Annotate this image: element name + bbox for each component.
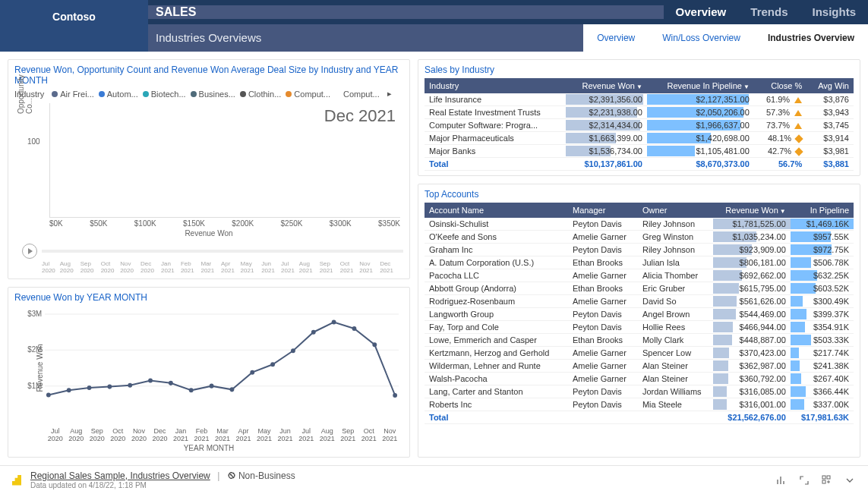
table-row[interactable]: Wilderman, Lehner and RunteAmelie Garner… [425,360,854,373]
legend-dot-icon [143,91,149,97]
subtab-overview[interactable]: Overview [583,24,649,52]
chart-icon[interactable] [775,474,788,486]
legend-item[interactable]: Comput... [286,90,330,99]
chevron-down-icon[interactable] [844,474,856,486]
table-row[interactable]: Life Insurance $2,391,356.00 $2,127,351.… [425,93,854,106]
col-header[interactable]: In Pipeline [791,203,854,218]
table-row[interactable]: Computer Software: Progra... $2,314,434.… [425,119,854,132]
header: Contoso SALES Overview Trends Insights I… [0,0,868,52]
table-row[interactable]: Walsh-PacochaAmelie GarnerAlan Steiner $… [425,373,854,385]
line-title: Revenue Won by YEAR MONTH [14,292,403,303]
main-tab-overview[interactable]: Overview [664,0,739,24]
timeline-labels: Jul 2020Aug 2020Sep 2020Oct 2020Nov 2020… [42,260,400,274]
table-row[interactable]: Roberts IncPeyton DavisMia Steele $316,0… [425,398,854,411]
table-row[interactable]: Fay, Torp and ColePeyton DavisHollie Ree… [425,321,854,334]
table-row[interactable]: Abbott Group (Andorra)Ethan BrooksEric G… [425,282,854,295]
footer: Regional Sales Sample, Industries Overvi… [0,465,868,494]
subtab-industries[interactable]: Industries Overview [754,24,868,52]
table-row[interactable]: Graham IncPeyton DavisRiley Johnson $923… [425,244,854,256]
table-total-row: Total$21,562,676.00$17,981.63K [425,411,854,424]
legend-dot-icon [99,91,105,97]
industry-table[interactable]: IndustryRevenue Won▼Revenue In Pipeline▼… [425,78,854,171]
legend-item[interactable]: Air Frei... [52,90,94,99]
scatter-x-label: Revenue Won [14,229,403,238]
col-header[interactable]: Close % [754,78,806,93]
scatter-date-label: Dec 2021 [324,106,396,126]
svg-rect-24 [822,476,825,479]
accounts-title: Top Accounts [425,189,854,200]
page-subtitle: Industries Overviews [148,24,583,52]
legend-item[interactable]: Clothin... [240,90,281,99]
play-button[interactable] [22,244,37,259]
col-header[interactable]: Revenue Won▼ [713,203,790,218]
industry-title: Sales by Industry [425,65,854,75]
table-row[interactable]: Kertzmann, Herzog and GerholdAmelie Garn… [425,347,854,360]
line-chart-card[interactable]: Revenue Won by YEAR MONTH Revenue Won $1… [8,287,410,458]
line-y-label: Revenue Won [36,344,44,392]
svg-rect-26 [822,480,825,483]
col-header[interactable]: Revenue In Pipeline▼ [647,78,754,93]
legend-dot-icon [286,91,292,97]
col-header[interactable]: Manager [568,203,638,218]
grid-icon[interactable] [821,474,833,486]
legend-item[interactable]: Biotech... [143,90,186,99]
table-row[interactable]: Rodriguez-RosenbaumAmelie GarnerDavid So… [425,295,854,308]
industry-table-card[interactable]: Sales by Industry IndustryRevenue Won▼Re… [418,59,860,176]
table-row[interactable]: Osinski-SchulistPeyton DavisRiley Johnso… [425,218,854,231]
line-x-axis: Jul2020Aug2020Sep2020Oct2020Nov2020Dec20… [45,427,400,442]
app-title: SALES [148,5,664,19]
svg-rect-25 [827,476,830,479]
col-header[interactable]: Avg Win [806,78,854,93]
scatter-y-tick: 100 [27,137,40,146]
table-row[interactable]: Langworth GroupPeyton DavisAngel Brown $… [425,308,854,321]
table-total-row: Total$10,137,861.00$8,670,373.0056.7%$3,… [425,158,854,171]
accounts-table[interactable]: Account NameManagerOwnerRevenue Won▼In P… [425,203,854,424]
legend-item[interactable]: Busines... [191,90,235,99]
updated-label: Data updated on 4/18/22, 1:18 PM [30,481,295,489]
table-row[interactable]: Pacocha LLCAmelie GarnerAlicia Thomber $… [425,269,854,282]
legend-row[interactable]: Industry Air Frei...Autom...Biotech...Bu… [14,89,403,99]
svg-text:$3M: $3M [27,310,42,318]
col-header[interactable]: Industry [425,78,566,93]
main-tab-insights[interactable]: Insights [800,0,868,24]
subtab-winloss[interactable]: Win/Loss Overview [649,24,754,52]
timeline-slider[interactable] [42,250,403,253]
legend-item[interactable]: Autom... [99,90,138,99]
col-header[interactable]: Account Name [425,203,568,218]
legend-dot-icon [335,91,341,97]
main-tab-trends[interactable]: Trends [738,0,800,24]
table-row[interactable]: O'Keefe and SonsAmelie GarnerGreg Winsto… [425,231,854,244]
scatter-y-label: Opportunity Co... [17,68,33,114]
scatter-x-axis: $0K$50K$100K$150K$200K$250K$300K$350K [49,219,400,228]
table-row[interactable]: Major Banks $1,536,734.00 $1,105,481.00 … [425,145,854,158]
brand-logo: Contoso [0,0,148,52]
line-chart-area[interactable]: Revenue Won $1M$2M$3M [45,310,399,426]
line-x-label: YEAR MONTH [14,444,403,452]
scatter-plot-area[interactable]: Opportunity Co... 100 Dec 2021 [49,103,400,218]
table-row[interactable]: Lang, Carter and StantonPeyton DavisJord… [425,385,854,398]
legend-dot-icon [52,91,58,97]
classification-label: Non-Business [238,470,295,481]
table-row[interactable]: Lowe, Emmerich and CasperEthan BrooksMol… [425,334,854,347]
scatter-title: Revenue Won, Opportunity Count and Reven… [14,65,403,86]
col-header[interactable]: Owner [638,203,713,218]
legend-scroll-right-icon[interactable]: ▸ [387,89,392,99]
legend-dot-icon [240,91,246,97]
col-header[interactable]: Revenue Won▼ [566,78,647,93]
sub-tabs: Overview Win/Loss Overview Industries Ov… [583,24,868,52]
sensitivity-icon: 🛇 [227,470,236,481]
powerbi-icon [12,475,21,486]
legend-item[interactable]: Comput... [335,90,380,99]
accounts-table-card[interactable]: Top Accounts Account NameManagerOwnerRev… [418,184,860,458]
table-row[interactable]: A. Datum Corporation (U.S.)Ethan BrooksJ… [425,256,854,269]
breadcrumb-link[interactable]: Regional Sales Sample, Industries Overvi… [30,470,210,481]
scatter-chart-card[interactable]: Revenue Won, Opportunity Count and Reven… [8,59,410,279]
table-row[interactable]: Real Estate Investment Trusts $2,231,938… [425,106,854,119]
fullscreen-icon[interactable] [798,474,810,486]
legend-dot-icon [191,91,197,97]
table-row[interactable]: Major Pharmaceuticals $1,663,399.00 $1,4… [425,132,854,145]
play-axis [22,244,403,259]
